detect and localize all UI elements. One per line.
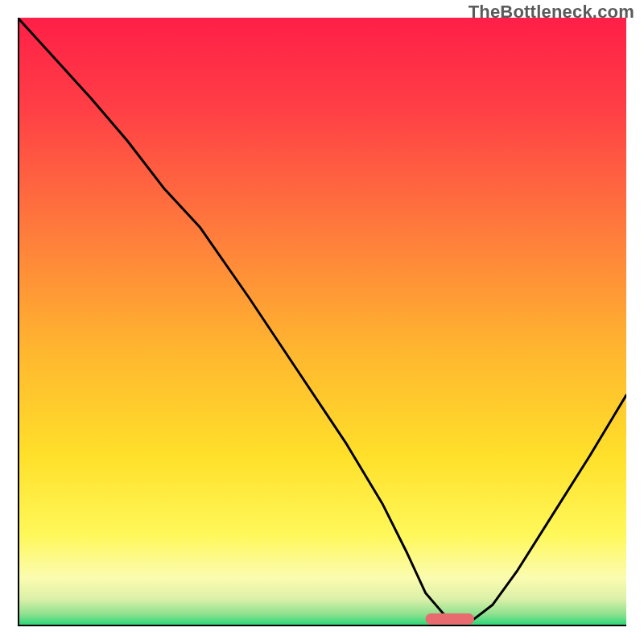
plot-area — [18, 18, 626, 626]
chart-svg — [18, 18, 626, 626]
optimum-marker — [426, 613, 474, 625]
bottleneck-chart: TheBottleneck.com — [0, 0, 644, 644]
background-gradient — [18, 18, 626, 626]
